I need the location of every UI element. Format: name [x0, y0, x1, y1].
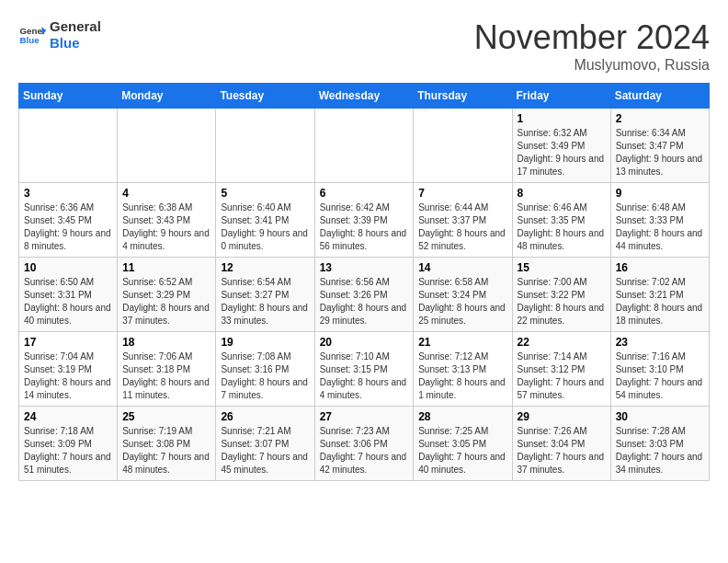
- day-info: Sunrise: 7:02 AMSunset: 3:21 PMDaylight:…: [616, 276, 704, 327]
- logo-line2: Blue: [50, 35, 101, 52]
- calendar-table: SundayMondayTuesdayWednesdayThursdayFrid…: [18, 83, 710, 481]
- calendar-cell: 26Sunrise: 7:21 AMSunset: 3:07 PMDayligh…: [216, 407, 314, 481]
- day-info: Sunrise: 6:56 AMSunset: 3:26 PMDaylight:…: [320, 276, 409, 327]
- calendar-header-row: SundayMondayTuesdayWednesdayThursdayFrid…: [19, 84, 710, 109]
- day-number: 17: [24, 336, 112, 349]
- day-number: 5: [221, 187, 309, 200]
- day-info: Sunrise: 7:16 AMSunset: 3:10 PMDaylight:…: [616, 350, 704, 402]
- calendar-cell: 10Sunrise: 6:50 AMSunset: 3:31 PMDayligh…: [19, 258, 118, 332]
- day-info: Sunrise: 6:38 AMSunset: 3:43 PMDaylight:…: [122, 201, 210, 253]
- day-number: 7: [418, 187, 506, 200]
- day-info: Sunrise: 7:23 AMSunset: 3:06 PMDaylight:…: [320, 425, 409, 477]
- logo: General Blue General Blue: [18, 18, 101, 52]
- page-header: General Blue General Blue November 2024 …: [18, 18, 710, 74]
- calendar-week-1: 1Sunrise: 6:32 AMSunset: 3:49 PMDaylight…: [19, 109, 710, 183]
- day-info: Sunrise: 6:48 AMSunset: 3:33 PMDaylight:…: [616, 201, 704, 253]
- title-section: November 2024 Muslyumovo, Russia: [474, 18, 710, 74]
- day-info: Sunrise: 6:52 AMSunset: 3:29 PMDaylight:…: [122, 276, 210, 327]
- day-number: 13: [320, 261, 409, 274]
- day-info: Sunrise: 7:04 AMSunset: 3:19 PMDaylight:…: [24, 350, 112, 402]
- calendar-cell: 6Sunrise: 6:42 AMSunset: 3:39 PMDaylight…: [314, 183, 414, 258]
- calendar-cell: 8Sunrise: 6:46 AMSunset: 3:35 PMDaylight…: [512, 183, 610, 258]
- calendar-cell: 27Sunrise: 7:23 AMSunset: 3:06 PMDayligh…: [314, 407, 414, 481]
- day-number: 1: [518, 112, 606, 125]
- calendar-cell: [314, 109, 414, 183]
- day-info: Sunrise: 7:25 AMSunset: 3:05 PMDaylight:…: [418, 425, 506, 477]
- svg-text:Blue: Blue: [20, 35, 40, 45]
- calendar-cell: 9Sunrise: 6:48 AMSunset: 3:33 PMDaylight…: [610, 183, 709, 258]
- location-subtitle: Muslyumovo, Russia: [474, 57, 710, 74]
- day-number: 26: [221, 410, 309, 423]
- calendar-cell: 28Sunrise: 7:25 AMSunset: 3:05 PMDayligh…: [414, 407, 512, 481]
- day-number: 21: [418, 336, 506, 349]
- day-info: Sunrise: 6:40 AMSunset: 3:41 PMDaylight:…: [221, 201, 309, 253]
- calendar-cell: 29Sunrise: 7:26 AMSunset: 3:04 PMDayligh…: [512, 407, 610, 481]
- day-info: Sunrise: 7:26 AMSunset: 3:04 PMDaylight:…: [518, 425, 606, 477]
- day-info: Sunrise: 6:54 AMSunset: 3:27 PMDaylight:…: [221, 276, 309, 327]
- day-info: Sunrise: 7:08 AMSunset: 3:16 PMDaylight:…: [221, 350, 309, 402]
- calendar-cell: 19Sunrise: 7:08 AMSunset: 3:16 PMDayligh…: [216, 332, 314, 407]
- day-header-sunday: Sunday: [19, 84, 118, 109]
- day-header-monday: Monday: [118, 84, 216, 109]
- calendar-cell: 5Sunrise: 6:40 AMSunset: 3:41 PMDaylight…: [216, 183, 314, 258]
- day-number: 20: [320, 336, 409, 349]
- day-info: Sunrise: 7:28 AMSunset: 3:03 PMDaylight:…: [616, 425, 704, 477]
- logo-line1: General: [50, 18, 101, 35]
- day-info: Sunrise: 7:18 AMSunset: 3:09 PMDaylight:…: [24, 425, 112, 477]
- day-header-thursday: Thursday: [414, 84, 512, 109]
- day-info: Sunrise: 6:50 AMSunset: 3:31 PMDaylight:…: [24, 276, 112, 327]
- calendar-cell: 23Sunrise: 7:16 AMSunset: 3:10 PMDayligh…: [610, 332, 709, 407]
- day-info: Sunrise: 7:12 AMSunset: 3:13 PMDaylight:…: [418, 350, 506, 402]
- calendar-cell: 25Sunrise: 7:19 AMSunset: 3:08 PMDayligh…: [118, 407, 216, 481]
- day-number: 9: [616, 187, 704, 200]
- calendar-cell: 12Sunrise: 6:54 AMSunset: 3:27 PMDayligh…: [216, 258, 314, 332]
- day-number: 15: [518, 261, 606, 274]
- calendar-cell: 30Sunrise: 7:28 AMSunset: 3:03 PMDayligh…: [610, 407, 709, 481]
- calendar-cell: [216, 109, 314, 183]
- calendar-cell: 21Sunrise: 7:12 AMSunset: 3:13 PMDayligh…: [414, 332, 512, 407]
- day-header-tuesday: Tuesday: [216, 84, 314, 109]
- calendar-week-3: 10Sunrise: 6:50 AMSunset: 3:31 PMDayligh…: [19, 258, 710, 332]
- day-info: Sunrise: 6:32 AMSunset: 3:49 PMDaylight:…: [518, 127, 606, 178]
- calendar-cell: 17Sunrise: 7:04 AMSunset: 3:19 PMDayligh…: [19, 332, 118, 407]
- calendar-cell: [118, 109, 216, 183]
- day-info: Sunrise: 7:19 AMSunset: 3:08 PMDaylight:…: [122, 425, 210, 477]
- calendar-cell: 1Sunrise: 6:32 AMSunset: 3:49 PMDaylight…: [512, 109, 610, 183]
- calendar-week-5: 24Sunrise: 7:18 AMSunset: 3:09 PMDayligh…: [19, 407, 710, 481]
- calendar-cell: 22Sunrise: 7:14 AMSunset: 3:12 PMDayligh…: [512, 332, 610, 407]
- calendar-week-2: 3Sunrise: 6:36 AMSunset: 3:45 PMDaylight…: [19, 183, 710, 258]
- day-info: Sunrise: 6:36 AMSunset: 3:45 PMDaylight:…: [24, 201, 112, 253]
- calendar-cell: 13Sunrise: 6:56 AMSunset: 3:26 PMDayligh…: [314, 258, 414, 332]
- day-info: Sunrise: 6:34 AMSunset: 3:47 PMDaylight:…: [616, 127, 704, 178]
- calendar-cell: 7Sunrise: 6:44 AMSunset: 3:37 PMDaylight…: [414, 183, 512, 258]
- day-info: Sunrise: 6:46 AMSunset: 3:35 PMDaylight:…: [518, 201, 606, 253]
- day-header-friday: Friday: [512, 84, 610, 109]
- day-number: 8: [518, 187, 606, 200]
- day-number: 25: [122, 410, 210, 423]
- day-number: 10: [24, 261, 112, 274]
- calendar-cell: 2Sunrise: 6:34 AMSunset: 3:47 PMDaylight…: [610, 109, 709, 183]
- day-number: 2: [616, 112, 704, 125]
- calendar-cell: 4Sunrise: 6:38 AMSunset: 3:43 PMDaylight…: [118, 183, 216, 258]
- day-header-saturday: Saturday: [610, 84, 709, 109]
- calendar-cell: 14Sunrise: 6:58 AMSunset: 3:24 PMDayligh…: [414, 258, 512, 332]
- day-number: 24: [24, 410, 112, 423]
- day-number: 11: [122, 261, 210, 274]
- day-number: 18: [122, 336, 210, 349]
- calendar-cell: 16Sunrise: 7:02 AMSunset: 3:21 PMDayligh…: [610, 258, 709, 332]
- day-info: Sunrise: 7:00 AMSunset: 3:22 PMDaylight:…: [518, 276, 606, 327]
- day-number: 29: [518, 410, 606, 423]
- day-number: 16: [616, 261, 704, 274]
- calendar-cell: [414, 109, 512, 183]
- calendar-cell: [19, 109, 118, 183]
- day-number: 6: [320, 187, 409, 200]
- calendar-week-4: 17Sunrise: 7:04 AMSunset: 3:19 PMDayligh…: [19, 332, 710, 407]
- calendar-cell: 11Sunrise: 6:52 AMSunset: 3:29 PMDayligh…: [118, 258, 216, 332]
- calendar-cell: 3Sunrise: 6:36 AMSunset: 3:45 PMDaylight…: [19, 183, 118, 258]
- calendar-cell: 20Sunrise: 7:10 AMSunset: 3:15 PMDayligh…: [314, 332, 414, 407]
- day-info: Sunrise: 6:44 AMSunset: 3:37 PMDaylight:…: [418, 201, 506, 253]
- logo-icon: General Blue: [18, 21, 46, 49]
- day-info: Sunrise: 7:14 AMSunset: 3:12 PMDaylight:…: [518, 350, 606, 402]
- day-number: 23: [616, 336, 704, 349]
- calendar-cell: 24Sunrise: 7:18 AMSunset: 3:09 PMDayligh…: [19, 407, 118, 481]
